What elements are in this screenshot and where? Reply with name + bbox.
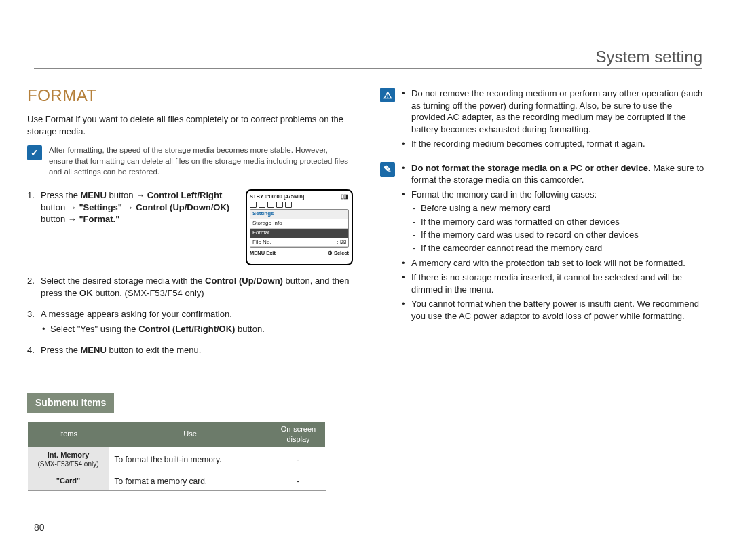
- step4-b: MENU: [81, 345, 107, 355]
- note-bullet-1: Do not format the storage media on a PC …: [402, 162, 706, 186]
- screen-icon-2: [259, 202, 265, 208]
- step4-a: Press the: [41, 345, 81, 355]
- warning-block: ⚠ Do not remove the recording medium or …: [380, 88, 706, 153]
- screen-icon-5: [285, 202, 292, 208]
- table-row: Int. Memory (SMX-F53/F54 only) To format…: [28, 447, 326, 472]
- step1-text-e: button →: [41, 202, 79, 212]
- warning-icon: ⚠: [380, 88, 395, 102]
- step3-a: A message appears asking for your confir…: [41, 309, 232, 319]
- step1-menu: MENU: [81, 190, 107, 200]
- screen-menu: Settings Storage Info Format File No.: ⌧: [250, 209, 349, 248]
- header-rule: [34, 68, 702, 69]
- submenu-table: Items Use On-screen display Int. Memory …: [27, 421, 326, 491]
- right-column: ⚠ Do not remove the recording medium or …: [380, 85, 706, 491]
- steps-list: Press the MENU button → Control Left/Rig…: [27, 189, 353, 356]
- step1-control-lr: Control Left/Right: [147, 190, 222, 200]
- screen-row-file-no: File No.: ⌧: [250, 238, 348, 248]
- cell-card-disp: -: [271, 472, 326, 490]
- screen-battery-icon: ▯◨: [341, 193, 349, 200]
- step-1: Press the MENU button → Control Left/Rig…: [27, 189, 353, 265]
- warn-bullet-1: Do not remove the recording medium or pe…: [402, 88, 706, 135]
- info-note-text: After formatting, the speed of the stora…: [49, 145, 353, 177]
- submenu-items-label: Submenu Items: [27, 393, 114, 413]
- step3-sub-a: Select "Yes" using the: [50, 324, 138, 334]
- step-4: Press the MENU button to exit the menu.: [27, 344, 353, 356]
- screen-icon-1: [250, 202, 257, 208]
- th-display: On-screen display: [271, 421, 326, 447]
- intro-text: Use Format if you want to delete all fil…: [27, 113, 353, 137]
- th-use: Use: [109, 421, 271, 447]
- step1-text-c: button →: [107, 190, 147, 200]
- note-bullet-2: Format the memory card in the following …: [402, 189, 706, 255]
- step1-text-i: button →: [41, 214, 79, 224]
- screen-foot-select: ⊕ Select: [328, 250, 349, 257]
- note-bullet-5: You cannot format when the battery power…: [402, 298, 706, 322]
- table-row: "Card" To format a memory card. -: [28, 472, 326, 490]
- screen-icon-3: [267, 202, 274, 208]
- step2-d: OK: [79, 288, 93, 298]
- step3-sub-c: button.: [235, 324, 264, 334]
- camcorder-screen: STBY 0:00:00 [475Min] ▯◨ Settings: [246, 189, 353, 265]
- section-heading: FORMAT: [27, 85, 353, 107]
- note-sub-2: If the memory card was formatted on othe…: [411, 216, 706, 228]
- cell-card-use: To format a memory card.: [109, 472, 271, 490]
- page-header-title: System setting: [596, 48, 702, 67]
- note-sub-1: Before using a new memory card: [411, 202, 706, 214]
- screen-status: STBY 0:00:00 [475Min]: [250, 193, 304, 200]
- note-icon: ✎: [380, 162, 395, 177]
- cell-card: "Card": [28, 472, 109, 490]
- screen-row-format: Format: [250, 229, 348, 238]
- screen-row-storage-info: Storage Info: [250, 219, 348, 229]
- step1-text-a: Press the: [41, 190, 81, 200]
- screen-menu-tab: Settings: [250, 210, 348, 219]
- cell-int-memory-use: To format the built-in memory.: [109, 447, 271, 472]
- note-sub-3: If the memory card was used to record on…: [411, 229, 706, 241]
- note-bullet-4: If there is no storage media inserted, i…: [402, 272, 706, 295]
- left-column: FORMAT Use Format if you want to delete …: [27, 85, 353, 491]
- step1-format: "Format.": [79, 214, 119, 224]
- cell-int-memory: Int. Memory (SMX-F53/F54 only): [28, 447, 109, 472]
- warn-bullet-2: If the recording medium becomes corrupte…: [402, 138, 706, 150]
- step4-c: button to exit the menu.: [107, 345, 201, 355]
- step2-b: Control (Up/Down): [205, 276, 283, 286]
- screen-icon-4: [276, 202, 283, 208]
- screen-foot-exit: MENU Exit: [250, 250, 276, 257]
- step1-settings: "Settings": [79, 202, 122, 212]
- th-items: Items: [28, 421, 109, 447]
- note-sub-4: If the camcorder cannot read the memory …: [411, 242, 706, 255]
- step2-a: Select the desired storage media with th…: [41, 276, 205, 286]
- step1-text-g: →: [122, 202, 136, 212]
- step1-control-ud: Control (Up/Down/OK): [136, 202, 229, 212]
- series-icon: : ⌧: [337, 239, 346, 246]
- note-bullet-3: A memory card with the protection tab se…: [402, 257, 706, 269]
- cell-int-memory-disp: -: [271, 447, 326, 472]
- page-number: 80: [34, 522, 45, 533]
- step3-sub: Select "Yes" using the Control (Left/Rig…: [41, 323, 353, 335]
- step3-sub-b: Control (Left/Right/OK): [138, 324, 235, 334]
- info-note-box: ✓ After formatting, the speed of the sto…: [27, 145, 353, 177]
- check-icon: ✓: [27, 145, 42, 160]
- note-block: ✎ Do not format the storage media on a P…: [380, 162, 706, 325]
- step2-e: button. (SMX-F53/F54 only): [93, 288, 204, 298]
- step-2: Select the desired storage media with th…: [27, 275, 353, 299]
- step-3: A message appears asking for your confir…: [27, 308, 353, 335]
